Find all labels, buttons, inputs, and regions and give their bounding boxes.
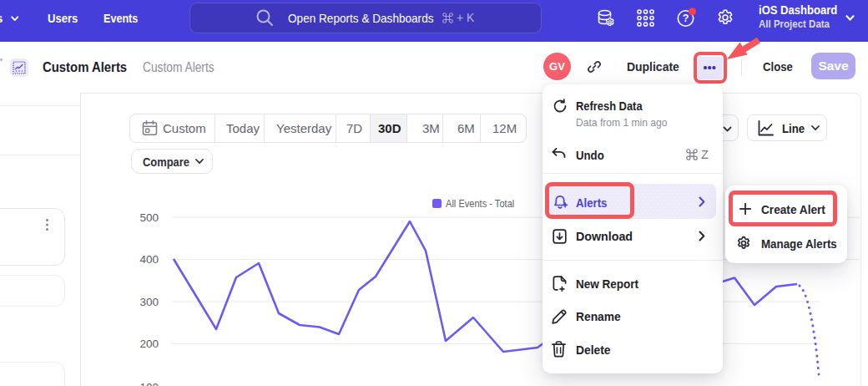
- svg-text:300: 300: [139, 296, 159, 308]
- svg-text:100: 100: [139, 381, 159, 386]
- svg-text:500: 500: [139, 211, 159, 224]
- svg-text:400: 400: [139, 253, 159, 266]
- svg-text:?: ?: [683, 13, 689, 24]
- svg-text:200: 200: [139, 338, 159, 350]
